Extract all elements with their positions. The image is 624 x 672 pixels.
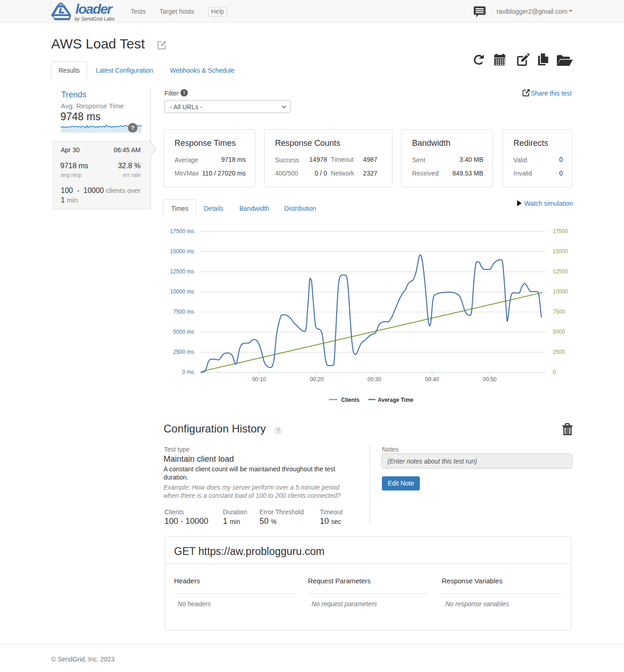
svg-text:2500 ms: 2500 ms (173, 349, 194, 355)
svg-text:15000: 15000 (553, 248, 568, 255)
svg-text:15000 ms: 15000 ms (170, 248, 194, 255)
svg-text:10000: 10000 (553, 288, 568, 295)
svg-text:17500 ms: 17500 ms (170, 228, 194, 235)
svg-text:2500: 2500 (553, 349, 565, 355)
svg-text:12500: 12500 (553, 268, 568, 275)
svg-text:00:20: 00:20 (310, 376, 323, 383)
svg-text:5000: 5000 (553, 329, 565, 335)
svg-text:00:50: 00:50 (483, 376, 497, 383)
svg-text:17500: 17500 (553, 228, 568, 235)
svg-text:00:10: 00:10 (252, 376, 266, 383)
svg-text:0 ms: 0 ms (182, 369, 194, 375)
svg-text:00:40: 00:40 (425, 376, 439, 383)
svg-text:7500 ms: 7500 ms (173, 309, 194, 315)
svg-text:Clients: Clients (341, 397, 360, 403)
svg-text:5000 ms: 5000 ms (173, 329, 194, 335)
svg-text:12500 ms: 12500 ms (170, 268, 194, 275)
svg-text:7500: 7500 (553, 309, 565, 315)
svg-text:10000 ms: 10000 ms (170, 288, 194, 295)
svg-text:00:30: 00:30 (368, 376, 381, 383)
svg-text:Average Time: Average Time (378, 397, 413, 403)
svg-text:0: 0 (553, 369, 556, 375)
